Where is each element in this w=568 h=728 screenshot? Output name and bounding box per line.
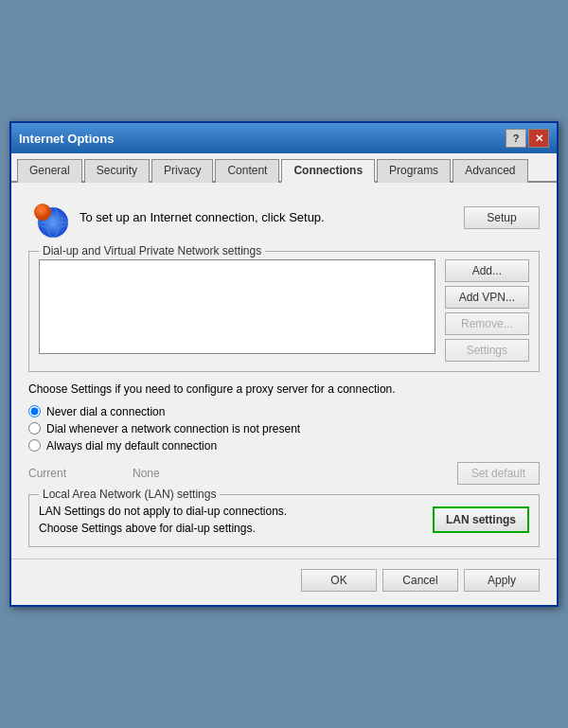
current-info: Current None: [28, 467, 457, 480]
setup-text: To set up an Internet connection, click …: [80, 209, 453, 226]
svg-point-5: [39, 207, 46, 212]
lan-text-line2: Choose Settings above for dial-up settin…: [39, 522, 256, 535]
apply-button[interactable]: Apply: [464, 569, 540, 592]
bottom-bar: OK Cancel Apply: [11, 559, 557, 605]
tab-general[interactable]: General: [17, 159, 82, 183]
setup-button[interactable]: Setup: [464, 206, 540, 229]
ok-button[interactable]: OK: [301, 569, 377, 592]
settings-button[interactable]: Settings: [445, 339, 529, 362]
tab-content[interactable]: Content: [215, 159, 279, 183]
lan-group-label: Local Area Network (LAN) settings: [39, 488, 220, 501]
dialup-group-label: Dial-up and Virtual Private Network sett…: [39, 244, 265, 257]
add-button[interactable]: Add...: [445, 259, 529, 282]
tab-advanced[interactable]: Advanced: [453, 159, 527, 183]
lan-text-line1: LAN Settings do not apply to dial-up con…: [39, 505, 287, 518]
internet-options-dialog: Internet Options ? ✕ General Security Pr…: [9, 121, 559, 607]
radio-always-dial[interactable]: Always dial my default connection: [28, 439, 540, 453]
radio-always-dial-input[interactable]: [28, 439, 41, 452]
radio-dial-when-needed[interactable]: Dial whenever a network connection is no…: [28, 422, 540, 435]
lan-group: Local Area Network (LAN) settings LAN Se…: [28, 494, 540, 547]
proxy-section: Choose Settings if you need to configure…: [28, 382, 540, 398]
tab-content-area: To set up an Internet connection, click …: [11, 183, 557, 559]
tab-programs[interactable]: Programs: [377, 159, 451, 183]
lan-content: LAN Settings do not apply to dial-up con…: [39, 503, 529, 537]
window-title: Internet Options: [19, 132, 114, 146]
tab-security[interactable]: Security: [84, 159, 150, 183]
tab-privacy[interactable]: Privacy: [151, 159, 213, 183]
close-button[interactable]: ✕: [528, 129, 549, 148]
radio-never-dial-label: Never dial a connection: [46, 405, 165, 418]
radio-always-dial-label: Always dial my default connection: [46, 439, 217, 453]
dialup-list[interactable]: [39, 259, 435, 354]
radio-never-dial-input[interactable]: [28, 405, 41, 417]
set-default-area: Current None Set default: [28, 462, 540, 485]
set-default-button[interactable]: Set default: [457, 462, 540, 485]
svg-point-4: [34, 204, 51, 221]
radio-never-dial[interactable]: Never dial a connection: [28, 405, 540, 418]
lan-text: LAN Settings do not apply to dial-up con…: [39, 503, 423, 537]
tab-connections[interactable]: Connections: [281, 159, 375, 183]
title-bar: Internet Options ? ✕: [11, 123, 557, 153]
dialup-group: Dial-up and Virtual Private Network sett…: [28, 251, 540, 372]
cancel-button[interactable]: Cancel: [382, 569, 458, 592]
title-bar-buttons: ? ✕: [506, 129, 549, 148]
lan-settings-button[interactable]: LAN settings: [433, 506, 529, 533]
proxy-text: Choose Settings if you need to configure…: [28, 382, 396, 396]
dial-buttons: Add... Add VPN... Remove... Settings: [445, 259, 529, 362]
radio-group: Never dial a connection Dial whenever a …: [28, 405, 540, 453]
radio-dial-when-needed-input[interactable]: [28, 422, 41, 435]
add-vpn-button[interactable]: Add VPN...: [445, 286, 529, 309]
remove-button[interactable]: Remove...: [445, 312, 529, 335]
current-label: Current: [28, 467, 95, 480]
dial-section: Add... Add VPN... Remove... Settings: [39, 259, 529, 362]
radio-dial-when-needed-label: Dial whenever a network connection is no…: [46, 422, 300, 435]
current-value: None: [133, 467, 457, 480]
setup-section: To set up an Internet connection, click …: [28, 198, 540, 238]
tab-bar: General Security Privacy Content Connect…: [11, 153, 557, 183]
help-button[interactable]: ?: [506, 129, 526, 148]
globe-icon: [28, 198, 68, 238]
